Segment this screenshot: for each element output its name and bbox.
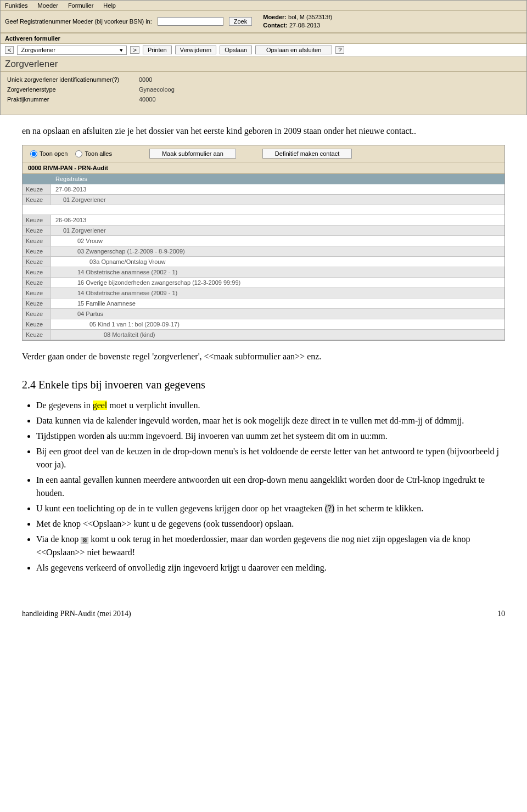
delete-button[interactable]: Verwijderen bbox=[175, 46, 216, 54]
value-cell: 01 Zorgverlener bbox=[51, 225, 504, 235]
list-item: Tijdstippen worden als uu:mm ingevoerd. … bbox=[36, 430, 505, 443]
table-row[interactable]: Keuze03 Zwangerschap (1-2-2009 - 8-9-200… bbox=[23, 246, 504, 257]
list-item: In een aantal gevallen kunnen meerdere a… bbox=[36, 473, 505, 500]
list-item: Via de knop ⊠ komt u ook terug in het mo… bbox=[36, 533, 505, 559]
table-row[interactable]: Keuze16 Overige bijzonderheden zwangersc… bbox=[23, 278, 504, 288]
page-number: 10 bbox=[497, 610, 505, 618]
value-cell: 08 Mortaliteit (kind) bbox=[51, 330, 504, 340]
radio-toon-open[interactable]: Toon open bbox=[30, 150, 68, 157]
print-button[interactable]: Printen bbox=[143, 46, 172, 54]
keuze-cell: Keuze bbox=[23, 298, 51, 308]
maak-subformulier-button[interactable]: Maak subformulier aan bbox=[149, 149, 236, 159]
list-item: Met de knop <<Opslaan>> kunt u de gegeve… bbox=[36, 517, 505, 531]
table-row[interactable]: Keuze01 Zorgverlener bbox=[23, 195, 504, 205]
table-row[interactable]: Keuze05 Kind 1 van 1: bol (2009-09-17) bbox=[23, 319, 504, 330]
keuze-cell: Keuze bbox=[23, 236, 51, 246]
field-value: 0000 bbox=[139, 76, 152, 83]
grid-body: Keuze27-08-2013Keuze01 ZorgverlenerKeuze… bbox=[23, 184, 504, 340]
body-paragraph: en na opslaan en afsluiten zie je het do… bbox=[0, 125, 527, 137]
table-row[interactable]: Keuze04 Partus bbox=[23, 309, 504, 319]
value-cell: 05 Kind 1 van 1: bol (2009-09-17) bbox=[51, 319, 504, 329]
form-body: Uniek zorgverlener identificatienummer(?… bbox=[1, 72, 526, 115]
keuze-cell: Keuze bbox=[23, 184, 51, 194]
save-button[interactable]: Opslaan bbox=[220, 46, 252, 54]
field-label: Zorgverlenerstype bbox=[7, 86, 139, 93]
search-input[interactable] bbox=[158, 17, 223, 26]
form-dropdown[interactable]: Zorgverlener▾ bbox=[17, 46, 127, 55]
list-item: U kunt een toelichting op de in te vulle… bbox=[36, 502, 505, 515]
table-row[interactable]: Keuze03a Opname/Ontslag Vrouw bbox=[23, 257, 504, 267]
value-cell: 02 Vrouw bbox=[51, 236, 504, 246]
value-cell: 04 Partus bbox=[51, 309, 504, 319]
list-item: Als gegevens verkeerd of onvolledig zijn… bbox=[36, 561, 505, 574]
value-cell: 03a Opname/Ontslag Vrouw bbox=[51, 257, 504, 267]
keuze-cell: Keuze bbox=[23, 288, 51, 298]
keuze-cell: Keuze bbox=[23, 309, 51, 319]
view-toolbar: Toon open Toon alles Maak subformulier a… bbox=[23, 145, 504, 162]
keuze-cell: Keuze bbox=[23, 257, 51, 267]
search-label: Geef Registratienummer Moeder (bij voork… bbox=[5, 18, 152, 25]
table-row[interactable]: Keuze01 Zorgverlener bbox=[23, 225, 504, 236]
table-row[interactable]: Keuze15 Familie Anamnese bbox=[23, 298, 504, 309]
footer-left: handleiding PRN-Audit (mei 2014) bbox=[22, 610, 131, 618]
menu-item[interactable]: Moeder bbox=[38, 2, 58, 9]
dossier-header: 0000 RIVM-PAN - PRN-Audit bbox=[23, 162, 504, 174]
value-cell: 14 Obstetrische anamnese (2009 - 1) bbox=[51, 288, 504, 298]
list-item: Bij een groot deel van de keuzen in de d… bbox=[36, 445, 505, 471]
menu-item[interactable]: Funkties bbox=[5, 2, 28, 9]
save-close-button[interactable]: Opslaan en afsluiten bbox=[255, 46, 332, 54]
chevron-down-icon: ▾ bbox=[120, 47, 123, 54]
table-row[interactable]: Keuze14 Obstetrische anamnese (2002 - 1) bbox=[23, 267, 504, 278]
panel-header: Activeren formulier bbox=[1, 33, 526, 44]
list-item: Data kunnen via de kalender ingevuld wor… bbox=[36, 414, 505, 427]
close-icon: ⊠ bbox=[81, 537, 88, 544]
help-button[interactable]: ? bbox=[335, 46, 344, 54]
table-row[interactable]: Keuze14 Obstetrische anamnese (2009 - 1) bbox=[23, 288, 504, 298]
definitief-maken-button[interactable]: Definitief maken contact bbox=[262, 149, 352, 159]
keuze-cell: Keuze bbox=[23, 195, 51, 205]
keuze-cell: Keuze bbox=[23, 319, 51, 329]
next-button[interactable]: > bbox=[130, 46, 139, 54]
page-footer: handleiding PRN-Audit (mei 2014) 10 bbox=[0, 577, 527, 629]
table-row[interactable]: Keuze02 Vrouw bbox=[23, 236, 504, 246]
menu-item[interactable]: Help bbox=[103, 2, 116, 9]
keuze-cell: Keuze bbox=[23, 330, 51, 340]
search-bar: Geef Registratienummer Moeder (bij voork… bbox=[1, 11, 526, 33]
field-value: Gynaecoloog bbox=[139, 86, 175, 93]
form-title: Zorgverlener bbox=[1, 57, 526, 72]
keuze-cell: Keuze bbox=[23, 267, 51, 277]
value-cell: 15 Familie Anamnese bbox=[51, 298, 504, 308]
keuze-cell: Keuze bbox=[23, 278, 51, 287]
prev-button[interactable]: < bbox=[5, 46, 14, 54]
table-row[interactable]: Keuze26-06-2013 bbox=[23, 215, 504, 225]
form-toolbar: < Zorgverlener▾ > Printen Verwijderen Op… bbox=[1, 44, 526, 57]
section-heading: 2.4 Enkele tips bij invoeren van gegeven… bbox=[0, 379, 527, 391]
keuze-cell: Keuze bbox=[23, 246, 51, 256]
tips-list: De gegevens in geel moet u verplicht inv… bbox=[0, 399, 527, 574]
value-cell: 14 Obstetrische anamnese (2002 - 1) bbox=[51, 267, 504, 277]
field-label: Uniek zorgverlener identificatienummer(?… bbox=[7, 76, 139, 83]
value-cell: 26-06-2013 bbox=[51, 215, 504, 225]
radio-toon-alles[interactable]: Toon alles bbox=[75, 150, 112, 157]
body-paragraph: Verder gaan onder de bovenste regel 'zor… bbox=[0, 351, 527, 363]
value-cell: 16 Overige bijzonderheden zwangerschap (… bbox=[51, 278, 504, 287]
list-item: De gegevens in geel moet u verplicht inv… bbox=[36, 399, 505, 412]
value-cell: 01 Zorgverlener bbox=[51, 195, 504, 205]
keuze-cell: Keuze bbox=[23, 225, 51, 235]
app-screenshot-1: Funkties Moeder Formulier Help Geef Regi… bbox=[0, 0, 527, 115]
table-row[interactable]: Keuze08 Mortaliteit (kind) bbox=[23, 330, 504, 340]
value-cell: 27-08-2013 bbox=[51, 184, 504, 194]
value-cell: 03 Zwangerschap (1-2-2009 - 8-9-2009) bbox=[51, 246, 504, 256]
menubar: Funkties Moeder Formulier Help bbox=[1, 1, 526, 11]
grid-column-header: Registraties bbox=[23, 174, 504, 184]
info-block: Moeder: bol, M (352313f) Contact: 27-08-… bbox=[263, 13, 332, 30]
menu-item[interactable]: Formulier bbox=[68, 2, 93, 9]
table-row[interactable]: Keuze27-08-2013 bbox=[23, 184, 504, 195]
field-label: Praktijknummer bbox=[7, 96, 139, 103]
search-button[interactable]: Zoek bbox=[229, 17, 252, 26]
app-screenshot-2: Toon open Toon alles Maak subformulier a… bbox=[22, 145, 505, 341]
keuze-cell: Keuze bbox=[23, 215, 51, 225]
field-value: 40000 bbox=[139, 96, 156, 103]
